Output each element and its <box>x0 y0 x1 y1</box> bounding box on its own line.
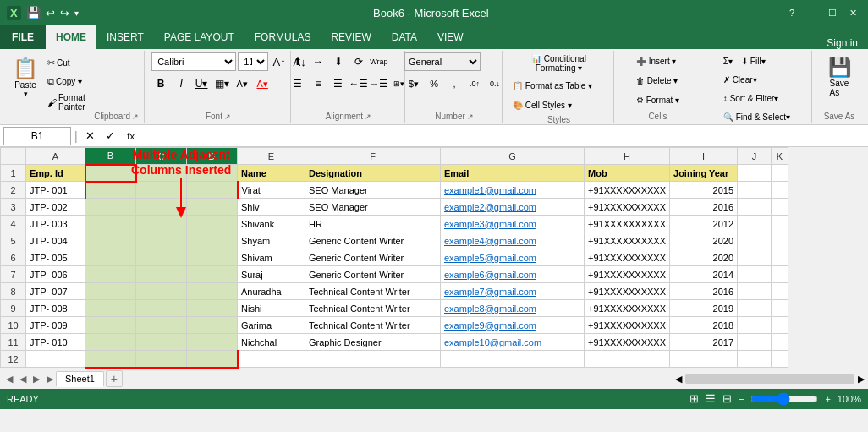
insert-cells-btn[interactable]: ➕ Insert ▾ <box>633 52 680 69</box>
cell-F12[interactable] <box>305 351 441 368</box>
format-painter-button[interactable]: 🖌 Format Painter <box>44 91 94 113</box>
tab-formulas[interactable]: FORMULAS <box>244 25 321 49</box>
underline-btn[interactable]: U▾ <box>192 74 211 93</box>
delete-cells-btn[interactable]: 🗑 Delete ▾ <box>633 72 681 89</box>
cell-C3[interactable] <box>136 199 187 216</box>
name-box[interactable] <box>3 127 71 145</box>
cell-G11[interactable]: example10@gmail.com <box>441 334 585 351</box>
confirm-formula-btn[interactable]: ✓ <box>102 127 120 145</box>
border-btn[interactable]: ▦▾ <box>212 74 231 93</box>
cell-D9[interactable] <box>187 300 238 317</box>
align-middle-btn[interactable]: ↔ <box>309 52 327 71</box>
cell-I9[interactable]: 2019 <box>670 300 738 317</box>
cell-E11[interactable]: Nichchal <box>238 334 305 351</box>
cell-H8[interactable]: +91XXXXXXXXXX <box>585 283 670 300</box>
cell-D1[interactable] <box>187 165 238 182</box>
cell-I6[interactable]: 2020 <box>670 249 738 266</box>
col-header-E[interactable]: E <box>238 148 305 165</box>
cell-J5[interactable] <box>738 232 772 249</box>
row-num-5[interactable]: 5 <box>1 232 26 249</box>
cell-B3[interactable] <box>85 199 136 216</box>
cell-A11[interactable]: JTP- 010 <box>26 334 85 351</box>
row-num-3[interactable]: 3 <box>1 199 26 216</box>
cell-B6[interactable] <box>85 249 136 266</box>
cell-I5[interactable]: 2020 <box>670 232 738 249</box>
cell-G8[interactable]: example7@gmail.com <box>441 283 585 300</box>
cell-B4[interactable] <box>85 216 136 232</box>
increase-indent-btn[interactable]: →☰ <box>370 74 388 93</box>
cell-J2[interactable] <box>738 182 772 199</box>
row-num-9[interactable]: 9 <box>1 300 26 317</box>
autosum-btn[interactable]: Σ▾ <box>720 52 736 69</box>
cell-I10[interactable]: 2018 <box>670 317 738 334</box>
cell-D11[interactable] <box>187 334 238 351</box>
cell-C5[interactable] <box>136 232 187 249</box>
cell-B11[interactable] <box>85 334 136 351</box>
decrease-decimal-btn[interactable]: 0.↓ <box>486 74 504 93</box>
cell-E4[interactable]: Shivank <box>238 216 305 232</box>
cell-G2[interactable]: example1@gmail.com <box>441 182 585 199</box>
italic-btn[interactable]: I <box>172 74 190 93</box>
number-format-select[interactable]: General <box>404 52 481 71</box>
cell-G9[interactable]: example8@gmail.com <box>441 300 585 317</box>
tab-page-layout[interactable]: PAGE LAYOUT <box>154 25 244 49</box>
cell-G7[interactable]: example6@gmail.com <box>441 266 585 283</box>
cell-J8[interactable] <box>738 283 772 300</box>
cell-K11[interactable] <box>772 334 788 351</box>
cell-H7[interactable]: +91XXXXXXXXXX <box>585 266 670 283</box>
add-sheet-btn[interactable]: + <box>106 370 123 387</box>
row-num-11[interactable]: 11 <box>1 334 26 351</box>
col-header-A[interactable]: A <box>26 148 85 165</box>
cell-K9[interactable] <box>772 300 788 317</box>
cell-B2[interactable] <box>85 182 136 199</box>
cell-C2[interactable] <box>136 182 187 199</box>
col-header-D[interactable]: D <box>187 148 238 165</box>
cell-I2[interactable]: 2015 <box>670 182 738 199</box>
cell-G3[interactable]: example2@gmail.com <box>441 199 585 216</box>
cell-J12[interactable] <box>738 351 772 368</box>
cell-H3[interactable]: +91XXXXXXXXXX <box>585 199 670 216</box>
cell-I4[interactable]: 2012 <box>670 216 738 232</box>
cell-I1[interactable]: Joining Year <box>670 165 738 182</box>
sign-in[interactable]: Sign in <box>816 37 868 49</box>
cell-K12[interactable] <box>772 351 788 368</box>
copy-button[interactable]: ⧉ Copy ▾ <box>44 73 94 90</box>
tab-review[interactable]: REVIEW <box>321 25 381 49</box>
cell-I12[interactable] <box>670 351 738 368</box>
cell-B7[interactable] <box>85 266 136 283</box>
cell-A6[interactable]: JTP- 005 <box>26 249 85 266</box>
cell-G6[interactable]: example5@gmail.com <box>441 249 585 266</box>
cell-F10[interactable]: Technical Content Writer <box>305 317 441 334</box>
col-header-F[interactable]: F <box>305 148 441 165</box>
cell-K7[interactable] <box>772 266 788 283</box>
cell-B9[interactable] <box>85 300 136 317</box>
col-header-K[interactable]: K <box>772 148 788 165</box>
col-header-J[interactable]: J <box>738 148 772 165</box>
cell-mode-icon[interactable]: ⊞ <box>689 392 699 405</box>
font-color-btn[interactable]: A▾ <box>253 74 272 93</box>
cell-B1[interactable] <box>85 165 136 182</box>
cell-J3[interactable] <box>738 199 772 216</box>
tab-file[interactable]: FILE <box>0 25 46 49</box>
cell-B12[interactable] <box>85 351 136 368</box>
col-header-C[interactable]: C <box>136 148 187 165</box>
cell-H5[interactable]: +91XXXXXXXXXX <box>585 232 670 249</box>
scroll-tabs-left2[interactable]: ◀ <box>17 374 29 385</box>
formula-input[interactable] <box>144 127 865 145</box>
row-num-2[interactable]: 2 <box>1 182 26 199</box>
scroll-tabs-right[interactable]: ▶ <box>30 374 42 385</box>
cell-C6[interactable] <box>136 249 187 266</box>
cell-E6[interactable]: Shivam <box>238 249 305 266</box>
percent-btn[interactable]: % <box>425 74 443 93</box>
cell-styles-btn[interactable]: 🎨 Cell Styles ▾ <box>509 96 575 113</box>
col-header-G[interactable]: G <box>441 148 585 165</box>
h-scroll-right[interactable]: ▶ <box>858 374 865 385</box>
cell-F4[interactable]: HR <box>305 216 441 232</box>
format-as-table-btn[interactable]: 📋 Format as Table ▾ <box>509 77 596 94</box>
increase-decimal-btn[interactable]: .0↑ <box>465 74 484 93</box>
cell-D10[interactable] <box>187 317 238 334</box>
paste-button[interactable]: 📋 Paste ▾ <box>8 52 42 101</box>
cell-E5[interactable]: Shyam <box>238 232 305 249</box>
font-size-select[interactable]: 11 <box>238 52 268 71</box>
cell-H12[interactable] <box>585 351 670 368</box>
